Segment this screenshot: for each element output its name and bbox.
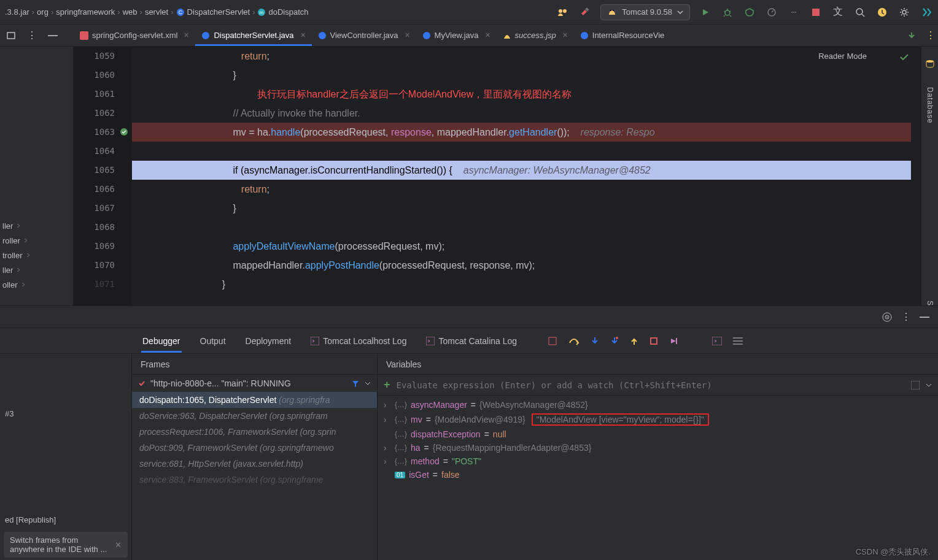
svg-rect-30 <box>426 337 435 345</box>
run-config-select[interactable]: Tomcat 9.0.58 <box>600 4 690 20</box>
evaluate-icon[interactable] <box>712 337 722 345</box>
stop-icon[interactable] <box>809 6 823 19</box>
evaluate-input[interactable] <box>397 380 905 390</box>
tab-catalina-log[interactable]: Tomcat Catalina Log <box>425 330 518 352</box>
list-item[interactable]: oller <box>2 277 31 292</box>
filter-icon[interactable] <box>351 379 360 388</box>
tab-label: springConfig-servlet.xml <box>92 31 177 40</box>
more-vert-icon[interactable]: ⋮ <box>901 311 911 323</box>
check-icon <box>138 380 145 387</box>
close-icon[interactable]: ✕ <box>485 31 490 39</box>
terminal-icon <box>311 337 319 345</box>
crumb-jar[interactable]: .3.8.jar <box>5 7 29 17</box>
more-vert-icon[interactable]: ⋮ <box>926 29 936 41</box>
svg-rect-34 <box>676 338 677 344</box>
expand-icon[interactable] <box>911 381 920 389</box>
frame-row[interactable]: service:883, FrameworkServlet (org.sprin… <box>132 472 377 488</box>
close-icon[interactable]: ✕ <box>562 31 568 39</box>
minimize-icon[interactable]: — <box>48 30 58 41</box>
show-recent-icon[interactable] <box>907 31 916 40</box>
tab-localhost-log[interactable]: Tomcat Localhost Log <box>309 330 408 352</box>
run-to-cursor-icon[interactable] <box>669 337 678 345</box>
frame-row[interactable]: service:681, HttpServlet (javax.servlet.… <box>132 456 377 472</box>
frame-row[interactable]: doService:963, DispatcherServlet (org.sp… <box>132 408 377 424</box>
project-tool-icon[interactable] <box>6 31 16 40</box>
target-icon[interactable] <box>882 312 893 323</box>
tab-debugger[interactable]: Debugger <box>141 330 182 352</box>
update-icon[interactable] <box>875 6 889 19</box>
variables-list[interactable]: ›{…} asyncManager = {WebAsyncManager@485… <box>378 396 938 560</box>
chevron-icon <box>15 223 21 229</box>
translate-icon[interactable]: 文 <box>831 6 845 19</box>
crumb-class[interactable]: DispatcherServlet <box>187 7 250 17</box>
coverage-icon[interactable] <box>743 6 756 19</box>
tab-myview[interactable]: MyView.java✕ <box>416 25 497 46</box>
database-label[interactable]: Database <box>926 87 934 123</box>
list-item[interactable]: ller <box>2 218 31 233</box>
var-row[interactable]: ›{…} mv = {ModelAndView@4919}"ModelAndVi… <box>378 412 938 428</box>
tab-viewcontroller[interactable]: ViewController.java✕ <box>312 25 416 46</box>
close-icon[interactable]: ✕ <box>184 31 189 39</box>
switch-frames-tip[interactable]: Switch frames from anywhere in the IDE w… <box>4 532 128 558</box>
tab-deployment[interactable]: Deployment <box>244 330 293 352</box>
thread-num: #3 <box>5 409 14 418</box>
frame-row[interactable]: processRequest:1006, FrameworkServlet (o… <box>132 424 377 440</box>
svg-rect-37 <box>733 340 743 342</box>
java-class-icon <box>318 31 327 40</box>
debug-icon[interactable] <box>721 6 734 19</box>
var-row[interactable]: ›{…} ha = {RequestMappingHandlerAdapter@… <box>378 441 938 455</box>
list-item[interactable]: troller <box>2 248 31 263</box>
show-exec-icon[interactable] <box>548 336 557 346</box>
close-icon[interactable]: ✕ <box>300 31 306 39</box>
chevron-down-icon[interactable] <box>365 380 371 386</box>
settings-icon[interactable] <box>897 6 911 19</box>
frames-panel: Frames "http-nio-8080-e... "main": RUNNI… <box>132 354 378 560</box>
close-icon[interactable]: ✕ <box>115 540 122 550</box>
breakpoint-hit-icon[interactable] <box>120 128 128 136</box>
frame-row[interactable]: doDispatch:1065, DispatcherServlet (org.… <box>132 392 377 408</box>
crumb-org[interactable]: org <box>37 7 48 17</box>
list-item[interactable]: ller <box>2 263 31 277</box>
tab-dispatcherservlet[interactable]: DispatcherServlet.java✕ <box>195 25 311 46</box>
profile-icon[interactable] <box>765 6 778 19</box>
crumb-spring[interactable]: springframework <box>56 7 115 17</box>
crumb-method[interactable]: doDispatch <box>268 7 308 17</box>
force-step-into-icon[interactable] <box>610 336 619 346</box>
var-row[interactable]: 01 isGet = false <box>378 468 938 481</box>
minimize-icon[interactable]: — <box>920 312 929 323</box>
more-vert-icon[interactable]: ⋮ <box>27 29 37 41</box>
more-run-icon[interactable] <box>787 6 800 19</box>
hammer-icon[interactable] <box>578 6 592 19</box>
svg-point-13 <box>795 12 796 13</box>
crumb-servlet[interactable]: servlet <box>145 7 168 17</box>
step-out-icon[interactable] <box>630 336 638 346</box>
var-row[interactable]: ›{…} asyncManager = {WebAsyncManager@485… <box>378 398 938 412</box>
trace-icon[interactable] <box>733 337 743 345</box>
chevron-down-icon[interactable] <box>926 382 932 388</box>
frame-row[interactable]: doPost:909, FrameworkServlet (org.spring… <box>132 440 377 456</box>
tab-internalresourceview[interactable]: InternalResourceVie <box>574 25 671 46</box>
cwm-icon[interactable] <box>556 6 570 19</box>
tab-springconfig[interactable]: springConfig-servlet.xml✕ <box>74 25 195 46</box>
search-icon[interactable] <box>853 6 867 19</box>
crumb-web[interactable]: web <box>123 7 138 17</box>
jsp-icon <box>503 31 511 40</box>
frames-list[interactable]: doDispatch:1065, DispatcherServlet (org.… <box>132 392 377 560</box>
debug-tool-window: ⋮ — Debugger Output Deployment Tomcat Lo… <box>0 305 938 560</box>
close-icon[interactable]: ✕ <box>405 31 410 39</box>
step-into-icon[interactable] <box>591 336 599 346</box>
thread-selector[interactable]: "http-nio-8080-e... "main": RUNNING <box>132 375 377 392</box>
var-row[interactable]: {…} dispatchException = null <box>378 428 938 441</box>
step-over-icon[interactable] <box>568 337 579 345</box>
ai-icon[interactable] <box>920 6 933 19</box>
drop-frame-icon[interactable] <box>649 337 658 345</box>
add-watch-icon[interactable]: + <box>384 378 390 391</box>
list-item[interactable]: roller <box>2 233 31 248</box>
tab-label: ViewController.java <box>330 31 398 40</box>
run-icon[interactable] <box>699 6 712 19</box>
tomcat-icon <box>607 7 617 17</box>
tab-successjsp[interactable]: success.jsp✕ <box>497 25 574 46</box>
tab-output[interactable]: Output <box>199 330 227 352</box>
var-row[interactable]: ›{…} method = "POST" <box>378 455 938 468</box>
database-tool-icon[interactable] <box>925 59 935 69</box>
